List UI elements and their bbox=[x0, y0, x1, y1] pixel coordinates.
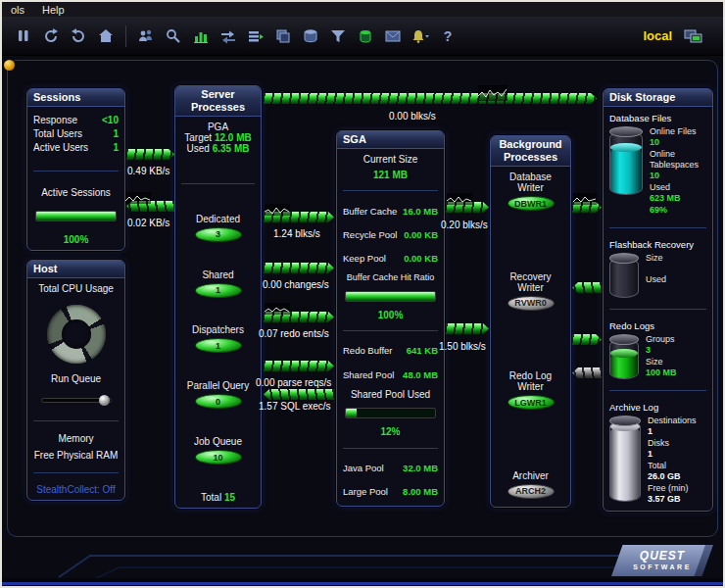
sql-button[interactable] bbox=[162, 24, 185, 49]
database-writer-group: Database Writer DBWR1 bbox=[497, 172, 564, 214]
redo-size-label: Size bbox=[646, 357, 677, 368]
chart-button[interactable] bbox=[189, 24, 213, 49]
flow-label-logical-reads: 1.24 blks/s bbox=[273, 228, 320, 239]
flow-arrow-sql-executions[interactable] bbox=[264, 389, 334, 400]
divider bbox=[343, 330, 438, 331]
server-processes-panel[interactable]: Server Processes PGA Target 12.0 MB Used… bbox=[174, 85, 262, 509]
flashback-size-value bbox=[646, 264, 666, 273]
disk-storage-panel[interactable]: Disk Storage Database Files Online Files… bbox=[603, 88, 713, 512]
sga-panel-body: Current Size 121 MB Buffer Cache16.0 MB … bbox=[337, 149, 444, 506]
total-label: Total bbox=[201, 492, 221, 503]
layers-button[interactable] bbox=[271, 24, 295, 49]
dispatchers-label: Dispatchers bbox=[181, 324, 255, 335]
cpu-usage-gauge[interactable] bbox=[47, 305, 106, 364]
queue-button[interactable] bbox=[244, 24, 267, 49]
sparkline-chart[interactable] bbox=[478, 85, 508, 101]
flow-arrow-parse-requests[interactable] bbox=[264, 361, 334, 371]
storage-button[interactable] bbox=[299, 24, 322, 49]
spotlight-marker-icon[interactable] bbox=[4, 60, 15, 71]
sessions-panel-title[interactable]: Sessions bbox=[27, 89, 124, 107]
flashback-used-value bbox=[646, 285, 666, 295]
dedicated-count-badge[interactable]: 3 bbox=[195, 227, 242, 242]
flashback-cylinder[interactable] bbox=[609, 253, 639, 298]
sparkline-chart[interactable] bbox=[447, 193, 472, 205]
redo-log-writer-badge[interactable]: LGWR1 bbox=[508, 395, 555, 410]
job-queue-count-badge[interactable]: 10 bbox=[195, 450, 242, 465]
flow-arrow-archiver-disk[interactable] bbox=[572, 368, 602, 378]
sga-panel[interactable]: SGA Current Size 121 MB Buffer Cache16.0… bbox=[336, 130, 445, 507]
io-transfer-button[interactable] bbox=[217, 24, 240, 49]
sparkline-chart[interactable] bbox=[265, 204, 290, 216]
menu-item-help[interactable]: Help bbox=[33, 4, 73, 16]
pga-label: PGA bbox=[181, 122, 255, 132]
pga-used-label: Used bbox=[187, 143, 210, 154]
sga-panel-title[interactable]: SGA bbox=[337, 131, 444, 149]
host-panel-body: Total CPU Usage Run Queue Memory Free Ph… bbox=[27, 278, 124, 500]
sessions-panel[interactable]: Sessions Response<10 Total Users1 Active… bbox=[26, 88, 125, 251]
pause-button[interactable] bbox=[12, 24, 35, 49]
bell-icon bbox=[411, 27, 430, 45]
menu-item-tools[interactable]: ols bbox=[2, 4, 33, 16]
stealth-collect-status[interactable]: StealthCollect: Off bbox=[33, 484, 119, 495]
flow-arrow-top-blocks[interactable] bbox=[264, 93, 597, 104]
database-files-cylinder[interactable] bbox=[609, 126, 643, 195]
redo-logs-cylinder[interactable] bbox=[609, 334, 639, 379]
shared-pool-used-gauge[interactable] bbox=[345, 408, 436, 418]
filter-button[interactable] bbox=[326, 24, 350, 49]
current-size-label: Current Size bbox=[343, 154, 438, 165]
shared-count-badge[interactable]: 1 bbox=[195, 283, 242, 298]
database-writer-badge[interactable]: DBWR1 bbox=[508, 196, 555, 211]
disk-storage-title[interactable]: Disk Storage bbox=[604, 89, 712, 107]
job-queue-group: Job Queue 10 bbox=[181, 436, 255, 467]
server-processes-title[interactable]: Server Processes bbox=[175, 86, 261, 117]
run-queue-label: Run Queue bbox=[33, 373, 119, 384]
archiver-badge[interactable]: ARCH2 bbox=[508, 484, 555, 499]
alerts-button[interactable] bbox=[409, 24, 432, 49]
sparkline-chart[interactable] bbox=[125, 192, 151, 204]
shared-pool-value: 48.0 MB bbox=[403, 369, 438, 380]
disk-storage-body: Database Files Online Files 10 Online Ta… bbox=[604, 107, 712, 511]
active-sessions-gauge[interactable] bbox=[35, 211, 117, 221]
help-button[interactable]: ? bbox=[436, 24, 459, 49]
archive-log-cylinder[interactable] bbox=[609, 416, 641, 502]
parallel-query-count-badge[interactable]: 0 bbox=[195, 394, 242, 409]
flow-arrow-flashback-disk[interactable] bbox=[572, 282, 602, 293]
flow-arrow-block-changes[interactable] bbox=[264, 263, 334, 273]
sparkline-chart[interactable] bbox=[265, 303, 290, 315]
sessions-button[interactable] bbox=[134, 24, 158, 49]
host-panel[interactable]: Host Total CPU Usage Run Queue Memory Fr… bbox=[26, 260, 125, 501]
hit-ratio-gauge[interactable] bbox=[345, 291, 436, 302]
divider bbox=[609, 227, 706, 228]
archive-log-heading: Archive Log bbox=[609, 402, 706, 413]
shared-pool-used-gauge-fill bbox=[346, 409, 357, 417]
flow-arrow-redo-writes[interactable] bbox=[446, 323, 489, 334]
pga-block: PGA Target 12.0 MB Used 6.35 MB bbox=[181, 122, 255, 154]
background-processes-panel[interactable]: Background Processes Database Writer DBW… bbox=[490, 135, 571, 508]
total-value: 15 bbox=[224, 492, 235, 503]
divider bbox=[33, 472, 119, 473]
archive-total-value: 26.0 GB bbox=[648, 471, 697, 482]
logo-text: QUEST SOFTWARE bbox=[611, 545, 713, 576]
connections-button[interactable] bbox=[682, 24, 705, 49]
flow-arrow-redolog-disk[interactable] bbox=[572, 334, 602, 345]
database-files-heading: Database Files bbox=[609, 113, 706, 123]
run-queue-gauge[interactable] bbox=[41, 394, 112, 407]
dispatchers-count-badge[interactable]: 1 bbox=[195, 338, 242, 353]
database-button[interactable] bbox=[354, 24, 377, 49]
background-processes-title[interactable]: Background Processes bbox=[491, 136, 570, 167]
pga-target-label: Target bbox=[184, 132, 212, 143]
sparkline-chart[interactable] bbox=[573, 193, 597, 205]
dispatchers-group: Dispatchers 1 bbox=[181, 324, 255, 356]
total-row: Total 15 bbox=[181, 492, 255, 503]
home-button[interactable] bbox=[94, 24, 118, 49]
host-panel-title[interactable]: Host bbox=[27, 261, 124, 278]
mail-button[interactable] bbox=[381, 24, 405, 49]
flow-arrow-session-out[interactable] bbox=[126, 149, 174, 160]
recovery-writer-badge[interactable]: RVWR0 bbox=[508, 296, 555, 311]
recovery-writer-group: Recovery Writer RVWR0 bbox=[497, 271, 564, 314]
flashback-size-label: Size bbox=[646, 253, 666, 264]
back-button[interactable] bbox=[67, 24, 90, 49]
large-pool-value: 8.00 MB bbox=[403, 486, 438, 497]
refresh-button[interactable] bbox=[39, 24, 63, 49]
divider bbox=[609, 309, 706, 310]
